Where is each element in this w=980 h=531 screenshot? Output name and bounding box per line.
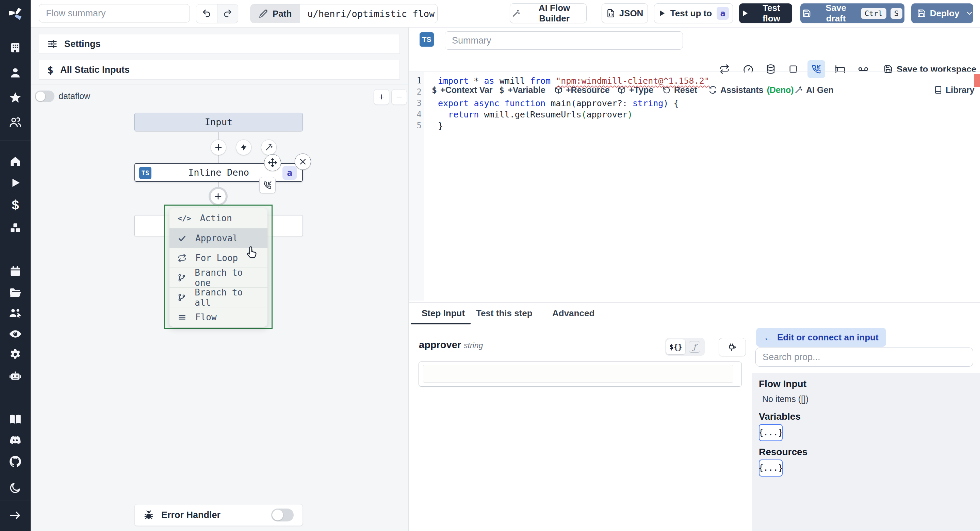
folder-open-icon[interactable]	[0, 286, 30, 299]
user-icon[interactable]	[0, 67, 30, 79]
delete-step-button[interactable]	[295, 153, 311, 170]
save-draft-button[interactable]: Save draft Ctrl S	[800, 3, 904, 23]
library-button[interactable]: Library	[934, 82, 975, 98]
trigger-button[interactable]	[236, 140, 251, 155]
close-icon	[299, 158, 307, 166]
home-icon[interactable]	[0, 155, 30, 167]
error-handler-toggle[interactable]	[271, 509, 294, 521]
deploy-label: Deploy	[930, 8, 959, 19]
insert-step-menu: </> Action Approval For Loop Branch to o…	[164, 204, 272, 329]
json-button[interactable]: JSON	[601, 3, 648, 23]
early-stop-button[interactable]	[740, 60, 757, 78]
gear-icon[interactable]	[0, 348, 30, 361]
refresh-icon	[709, 86, 717, 94]
deploy-button[interactable]: Deploy	[911, 3, 966, 23]
test-flow-label: Test flow	[753, 3, 790, 24]
code-editor[interactable]: import * as wmill from "npm:windmill-cli…	[438, 72, 710, 131]
sleep-button[interactable]	[831, 60, 849, 78]
mock-button[interactable]	[784, 60, 802, 78]
tab-step-input[interactable]: Step Input	[422, 308, 465, 319]
zoom-in-button[interactable]: +	[374, 89, 389, 105]
test-flow-button[interactable]: Test flow	[739, 3, 792, 23]
menu-item-label: Branch to one	[195, 268, 259, 288]
menu-item-branch-to-all[interactable]: Branch to all	[169, 287, 267, 307]
assistants-lang-label: (Deno)	[767, 85, 794, 95]
connect-input-button[interactable]	[719, 338, 746, 356]
ai-gen-button[interactable]: AI Gen	[795, 82, 834, 98]
test-up-to-button[interactable]: Test up to a	[654, 3, 733, 23]
github-icon[interactable]	[0, 455, 30, 468]
menu-item-branch-to-one[interactable]: Branch to one	[169, 268, 267, 287]
user-group-icon[interactable]	[0, 116, 30, 129]
suspend-approval-button[interactable]	[808, 60, 825, 78]
kbd-ctrl: Ctrl	[861, 8, 886, 19]
save-to-workspace-button[interactable]: Save to workspace	[884, 60, 976, 78]
save-draft-label: Save draft	[815, 3, 856, 24]
pencil-icon	[259, 9, 268, 18]
dollar-icon: $	[432, 85, 437, 95]
flow-input-title: Flow Input	[759, 378, 807, 389]
tab-advanced[interactable]: Advanced	[552, 308, 595, 319]
plus-icon	[214, 192, 222, 201]
windmill-logo[interactable]	[0, 5, 30, 23]
play-icon[interactable]	[0, 177, 30, 188]
error-marker	[974, 74, 980, 87]
ai-suggest-button[interactable]	[261, 140, 277, 155]
path-edit-button[interactable]: Path	[251, 5, 300, 23]
menu-item-action[interactable]: </> Action	[169, 208, 267, 228]
shared-directory-button[interactable]	[854, 60, 872, 78]
redo-button[interactable]	[218, 5, 238, 23]
calendar-icon[interactable]	[0, 265, 30, 277]
expand-arrow-icon[interactable]	[0, 509, 30, 521]
dollar-icon[interactable]: $	[0, 198, 30, 212]
eye-icon[interactable]	[0, 327, 30, 341]
flow-summary-input[interactable]	[39, 4, 190, 22]
gauge-icon	[743, 64, 753, 74]
error-handler-node[interactable]: Error Handler	[134, 504, 303, 526]
field-name: approver	[419, 340, 461, 351]
boxes-icon[interactable]	[0, 222, 30, 234]
buildings-icon[interactable]	[0, 41, 30, 54]
undo-button[interactable]	[196, 5, 218, 23]
assistants-button[interactable]: Assistants (Deno)	[709, 82, 794, 98]
edit-or-connect-button[interactable]: ← Edit or connect an input	[756, 328, 886, 347]
expr-mode-button[interactable]: ${}	[666, 340, 685, 354]
input-mode-toggle: ${} ƒ	[665, 338, 705, 356]
dataflow-toggle[interactable]	[35, 91, 54, 102]
step-id-badge: a	[282, 166, 297, 180]
discord-icon[interactable]	[0, 433, 30, 447]
flow-input-empty: No items ([])	[762, 394, 808, 404]
resources-expander[interactable]: {...}	[759, 459, 783, 477]
all-static-inputs-button[interactable]: $ All Static Inputs	[39, 60, 400, 80]
ai-flow-builder-button[interactable]: AI Flow Builder	[510, 3, 587, 23]
menu-item-flow[interactable]: Flow	[169, 307, 267, 327]
users-gear-icon[interactable]	[0, 307, 30, 320]
insert-step-button[interactable]	[211, 140, 226, 155]
retry-button[interactable]	[716, 60, 733, 78]
move-step-button[interactable]	[264, 154, 281, 171]
book-open-icon[interactable]	[0, 413, 30, 426]
flow-settings-button[interactable]: Settings	[39, 34, 400, 54]
path-control[interactable]: Path u/henri/optimistic_flow	[250, 4, 438, 23]
star-icon[interactable]	[0, 91, 30, 104]
search-prop-input[interactable]	[756, 348, 973, 367]
editor-panel: TS Save to workspace $+Context Var	[408, 27, 980, 302]
variables-expander[interactable]: {...}	[759, 424, 783, 441]
resources-title: Resources	[759, 446, 808, 458]
tab-test-this-step[interactable]: Test this step	[476, 308, 533, 319]
input-node[interactable]: Input	[134, 113, 303, 131]
cache-button[interactable]	[762, 60, 780, 78]
approver-value-input[interactable]	[423, 365, 733, 383]
fn-mode-button[interactable]: ƒ	[685, 341, 704, 352]
insert-step-ring	[208, 187, 228, 206]
bolt-icon	[240, 143, 248, 151]
step-node-label: Inline Deno	[188, 167, 249, 178]
insert-step-button-active[interactable]	[210, 188, 226, 204]
zoom-out-button[interactable]: −	[391, 89, 407, 105]
step-summary-input[interactable]	[445, 31, 683, 50]
moon-icon[interactable]	[0, 481, 30, 494]
sidebar-divider	[0, 500, 30, 501]
sidebar-divider	[0, 140, 30, 141]
robot-icon[interactable]	[0, 369, 30, 383]
deploy-dropdown-button[interactable]	[966, 3, 974, 23]
